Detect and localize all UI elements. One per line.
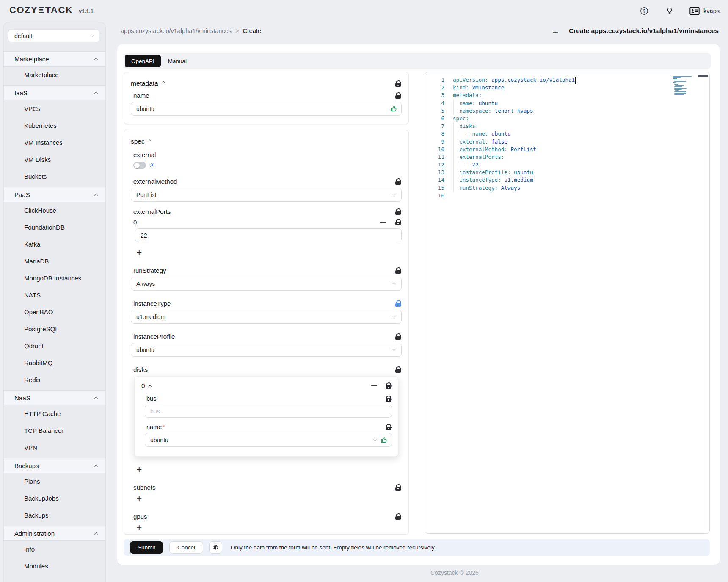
cozystack-logo[interactable]: COZYΞTACK v1.1.1 [9, 5, 94, 16]
submit-button[interactable]: Submit [130, 541, 163, 554]
sidebar-item-openbao[interactable]: OpenBAO [4, 304, 105, 321]
sidebar-item-postgresql[interactable]: PostgreSQL [4, 321, 105, 338]
tab-openapi[interactable]: OpenAPI [125, 55, 161, 67]
tab-manual[interactable]: Manual [162, 55, 193, 67]
remove-disk-icon[interactable] [371, 385, 377, 386]
instanceType-select[interactable]: u1.medium [131, 310, 402, 324]
disks-item-index: 0 [141, 382, 145, 389]
tenant-select[interactable]: default [8, 29, 99, 42]
external-toggle[interactable] [133, 162, 146, 169]
lock-open-icon[interactable] [395, 366, 401, 373]
sidebar-item-redis[interactable]: Redis [4, 371, 105, 388]
metadata-section-toggle[interactable]: metadata [131, 80, 165, 87]
toggle-knob [134, 163, 140, 168]
sidebar-item-nats[interactable]: NATS [4, 287, 105, 304]
lock-open-icon[interactable] [395, 178, 401, 185]
sidebar-section-administration[interactable]: Administration [4, 526, 105, 541]
lock-open-icon[interactable] [395, 80, 401, 87]
sidebar-section-backups[interactable]: Backups [4, 458, 105, 473]
chevron-up-icon [148, 140, 152, 144]
sidebar-item-rabbitmq[interactable]: RabbitMQ [4, 355, 105, 371]
version-label: v1.1.1 [79, 8, 94, 14]
line-number: 2 [425, 84, 444, 91]
sidebar-item-vpn[interactable]: VPN [4, 439, 105, 456]
lock-open-icon[interactable] [395, 208, 401, 215]
add-externalPorts-item-button[interactable]: + [136, 247, 146, 258]
sidebar-section-paas[interactable]: PaaS [4, 187, 105, 202]
help-button[interactable]: ? [639, 6, 650, 17]
metadata-name-input[interactable] [131, 102, 402, 116]
sidebar-item-mongodb-instances[interactable]: MongoDB Instances [4, 270, 105, 287]
disks-item-toggle[interactable]: 0 [141, 382, 152, 389]
sidebar-section-marketplace[interactable]: Marketplace [4, 51, 105, 67]
sidebar-item-plans[interactable]: Plans [4, 473, 105, 490]
lock-open-icon[interactable] [395, 333, 401, 340]
metadata-section-label: metadata [131, 80, 158, 87]
svg-text:?: ? [643, 8, 645, 14]
sidebar-item-tcp-balancer[interactable]: TCP Balancer [4, 422, 105, 439]
editor-scrollbar-thumb[interactable] [698, 75, 708, 77]
lock-open-icon[interactable] [386, 424, 391, 430]
theme-button[interactable] [664, 6, 675, 17]
sidebar-item-vm-instances[interactable]: VM Instances [4, 134, 105, 151]
sidebar-item-foundationdb[interactable]: FoundationDB [4, 219, 105, 236]
sidebar-item-clickhouse[interactable]: ClickHouse [4, 202, 105, 219]
instanceType-field: u1.medium [131, 310, 402, 324]
lock-open-icon[interactable] [395, 219, 401, 225]
disk-name-select[interactable]: ubuntu [145, 433, 392, 447]
cancel-button[interactable]: Cancel [169, 541, 203, 554]
sidebar-item-vpcs[interactable]: VPCs [4, 100, 105, 117]
debug-button[interactable] [209, 541, 222, 554]
user-menu[interactable]: kvaps [689, 7, 720, 15]
sidebar-item-backups[interactable]: Backups [4, 507, 105, 524]
sidebar-section-label: IaaS [14, 89, 28, 97]
runStrategy-select[interactable]: Always [131, 277, 402, 291]
editor-minimap[interactable] [673, 76, 694, 95]
sidebar-section-iaas[interactable]: IaaS [4, 85, 105, 100]
breadcrumb-path[interactable]: apps.cozystack.io/v1alpha1/vminstances [121, 28, 232, 34]
back-arrow-icon[interactable]: ← [552, 27, 560, 35]
sidebar-item-vm-disks[interactable]: VM Disks [4, 151, 105, 168]
sidebar-nav: MarketplaceMarketplaceIaaSVPCsKubernetes… [4, 42, 105, 575]
externalPorts-item-input[interactable] [135, 228, 402, 242]
required-asterisk: * [163, 424, 165, 430]
add-gpu-button[interactable]: + [136, 523, 146, 533]
sidebar-item-info[interactable]: Info [4, 541, 105, 558]
sidebar-section-naas[interactable]: NaaS [4, 390, 105, 405]
externalMethod-field-label: externalMethod [133, 178, 177, 185]
thumbs-up-icon[interactable] [381, 436, 388, 445]
lock-open-icon[interactable] [395, 267, 401, 274]
sidebar-item-backupjobs[interactable]: BackupJobs [4, 490, 105, 507]
yaml-editor[interactable]: 12345678910111213141516 apiVersion: apps… [425, 72, 710, 534]
remove-item-icon[interactable] [380, 222, 386, 223]
lock-open-icon[interactable] [386, 382, 391, 389]
logo-text: COZY [9, 5, 38, 16]
sidebar-item-modules[interactable]: Modules [4, 558, 105, 575]
sidebar-item-qdrant[interactable]: Qdrant [4, 338, 105, 355]
sidebar-section-label: Marketplace [14, 55, 49, 63]
add-subnet-button[interactable]: + [136, 493, 146, 504]
sidebar-item-buckets[interactable]: Buckets [4, 168, 105, 185]
lock-open-icon[interactable] [395, 92, 401, 99]
sidebar-item-marketplace[interactable]: Marketplace [4, 67, 105, 83]
lock-closed-icon[interactable] [395, 300, 401, 307]
instanceProfile-select[interactable]: ubuntu [131, 343, 402, 357]
default-value-icon[interactable] [150, 163, 155, 168]
sidebar-item-kubernetes[interactable]: Kubernetes [4, 117, 105, 134]
editor-code[interactable]: apiVersion: apps.cozystack.io/v1alpha1ki… [453, 76, 680, 200]
lock-open-icon[interactable] [395, 513, 401, 520]
spec-section-toggle[interactable]: spec [131, 138, 151, 145]
code-line: runStrategy: Always [453, 184, 680, 192]
code-line: kind: VMInstance [453, 84, 680, 91]
thumbs-up-icon[interactable] [390, 105, 397, 114]
externalPorts-item-field [135, 228, 402, 242]
footer-copyright: Cozystack © 2026 [430, 569, 479, 576]
lock-open-icon[interactable] [395, 484, 401, 491]
bus-input[interactable] [145, 405, 392, 418]
sidebar-item-kafka[interactable]: Kafka [4, 236, 105, 253]
add-disk-button[interactable]: + [136, 464, 146, 474]
lock-open-icon[interactable] [386, 396, 391, 402]
sidebar-item-http-cache[interactable]: HTTP Cache [4, 405, 105, 422]
externalMethod-select[interactable]: PortList [131, 188, 402, 202]
sidebar-item-mariadb[interactable]: MariaDB [4, 253, 105, 270]
